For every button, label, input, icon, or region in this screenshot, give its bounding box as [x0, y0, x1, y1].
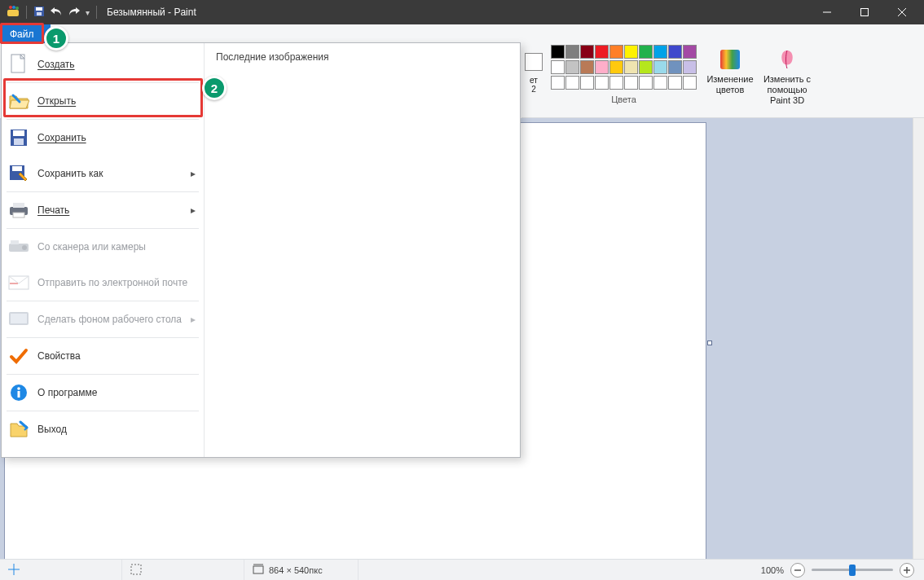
file-menu-print[interactable]: Печать ▸: [2, 192, 204, 228]
annotation-badge-1: 1: [44, 26, 68, 51]
file-menu-save[interactable]: Сохранить: [2, 120, 204, 156]
color-swatch[interactable]: [609, 76, 623, 90]
color-swatch[interactable]: [653, 60, 667, 74]
zoom-control: 100%: [751, 563, 924, 578]
annotation-rect-1: [0, 23, 44, 44]
resize-handle-right[interactable]: [707, 341, 712, 345]
color-swatch[interactable]: [683, 60, 697, 74]
color-swatch[interactable]: [653, 45, 667, 59]
svg-point-30: [17, 387, 20, 390]
color-swatch[interactable]: [565, 60, 579, 74]
selection-icon: [130, 564, 142, 577]
svg-point-3: [15, 7, 19, 10]
color-swatch[interactable]: [639, 76, 653, 90]
save-icon: [8, 127, 29, 148]
zoom-value: 100%: [761, 565, 784, 575]
color-swatch[interactable]: [624, 45, 638, 59]
maximize-button[interactable]: [846, 0, 883, 24]
color-swatch[interactable]: [565, 76, 579, 90]
color-swatch[interactable]: [668, 60, 682, 74]
ribbon-colors-area: ет 2 Цвета Изменение цветов Изменить с п…: [521, 24, 924, 118]
svg-rect-11: [720, 50, 740, 69]
wallpaper-icon: [8, 309, 29, 330]
color-swatch[interactable]: [595, 60, 609, 74]
color-swatch[interactable]: [639, 45, 653, 59]
vertical-scrollbar[interactable]: [913, 118, 924, 559]
annotation-rect-2: [3, 78, 203, 117]
color-swatch[interactable]: [580, 76, 594, 90]
color-swatch[interactable]: [624, 76, 638, 90]
color-swatch[interactable]: [580, 45, 594, 59]
color-swatch[interactable]: [551, 76, 565, 90]
file-menu-new[interactable]: Создать: [2, 46, 204, 82]
color-swatch[interactable]: [551, 45, 565, 59]
checkmark-icon: [8, 345, 29, 367]
color2-button[interactable]: ет 2: [521, 45, 546, 108]
svg-rect-8: [861, 9, 869, 16]
chevron-right-icon: ▸: [191, 314, 196, 325]
annotation-badge-2: 2: [202, 76, 227, 100]
chevron-right-icon: ▸: [191, 168, 196, 179]
status-canvas-size: 864 × 540пкс: [244, 560, 359, 580]
file-menu-about[interactable]: О программе: [2, 375, 204, 411]
file-menu-save-as[interactable]: Сохранить как ▸: [2, 156, 204, 191]
color-palette: Цвета: [546, 45, 702, 108]
email-icon: [8, 272, 29, 293]
file-menu-exit[interactable]: Выход: [2, 411, 204, 447]
paint3d-button[interactable]: Изменить с помощью Paint 3D: [759, 45, 816, 108]
color-swatch[interactable]: [639, 60, 653, 74]
svg-rect-22: [11, 240, 19, 244]
edit-colors-button[interactable]: Изменение цветов: [702, 45, 759, 108]
status-cursor-position: [0, 560, 122, 580]
title-bar: ▾ Безымянный - Paint: [0, 0, 924, 24]
svg-rect-14: [13, 130, 24, 136]
zoom-slider[interactable]: [812, 569, 893, 571]
color-swatch[interactable]: [595, 76, 609, 90]
color-swatch[interactable]: [668, 45, 682, 59]
color-swatch[interactable]: [609, 60, 623, 74]
minimize-button[interactable]: [808, 0, 846, 24]
zoom-in-button[interactable]: [900, 563, 914, 578]
color-swatch[interactable]: [580, 60, 594, 74]
svg-point-23: [22, 245, 27, 250]
color-swatch[interactable]: [683, 45, 697, 59]
zoom-out-button[interactable]: [790, 563, 805, 578]
close-button[interactable]: [883, 0, 921, 24]
svg-rect-34: [253, 566, 263, 573]
svg-rect-0: [7, 10, 19, 16]
file-menu-properties[interactable]: Свойства: [2, 338, 204, 374]
qat-save-icon[interactable]: [33, 6, 45, 20]
svg-rect-20: [13, 213, 24, 218]
qat-redo-icon[interactable]: [68, 6, 81, 20]
svg-rect-5: [36, 7, 42, 11]
file-menu-email[interactable]: Отправить по электронной почте: [2, 265, 204, 301]
print-icon: [8, 200, 29, 221]
svg-rect-27: [11, 314, 27, 323]
svg-rect-17: [12, 166, 22, 171]
new-file-icon: [8, 54, 29, 75]
color-swatch[interactable]: [653, 76, 667, 90]
color-swatch[interactable]: [668, 76, 682, 90]
svg-point-1: [9, 6, 12, 9]
chevron-right-icon: ▸: [191, 204, 196, 216]
status-bar: 864 × 540пкс 100%: [0, 559, 924, 580]
qat-customize-icon[interactable]: ▾: [86, 8, 90, 17]
color-swatch[interactable]: [551, 60, 565, 74]
qat-undo-icon[interactable]: [50, 6, 63, 20]
color-swatch[interactable]: [609, 45, 623, 59]
svg-rect-25: [10, 283, 18, 284]
colors-group-label: Цвета: [551, 94, 697, 104]
svg-rect-6: [37, 12, 42, 15]
dimensions-icon: [253, 564, 264, 577]
color-swatch[interactable]: [683, 76, 697, 90]
file-menu-wallpaper[interactable]: Сделать фоном рабочего стола ▸: [2, 301, 204, 337]
svg-rect-15: [14, 138, 24, 145]
crosshair-icon: [8, 564, 20, 577]
file-menu-scanner[interactable]: Со сканера или камеры: [2, 229, 204, 265]
svg-rect-19: [13, 203, 24, 208]
color-swatch[interactable]: [624, 60, 638, 74]
color-swatch[interactable]: [565, 45, 579, 59]
svg-rect-33: [131, 565, 141, 574]
exit-icon: [8, 419, 29, 440]
color-swatch[interactable]: [595, 45, 609, 59]
